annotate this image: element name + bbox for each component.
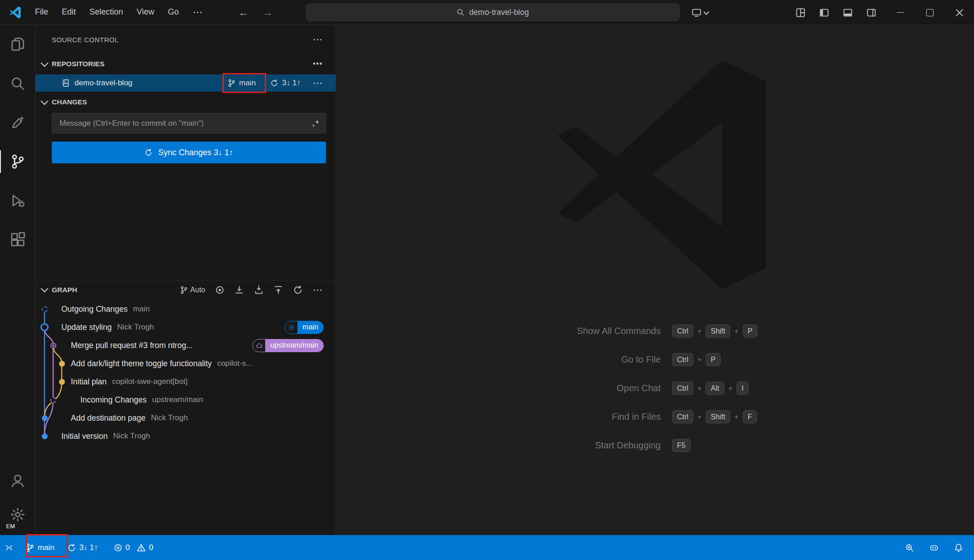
chevron-down-icon <box>41 59 49 67</box>
shortcut-label: Start Debugging <box>431 440 661 451</box>
statusbar-zoom[interactable] <box>900 543 919 552</box>
graph-auto-label: Auto <box>190 286 205 294</box>
shortcut-keys: Ctrl + Alt + I <box>672 382 749 395</box>
graph-commit-row[interactable]: Initial version Nick Trogh <box>35 427 336 445</box>
warning-icon <box>137 543 146 552</box>
graph-section-header[interactable]: GRAPH Auto <box>35 280 336 299</box>
plus-separator: + <box>697 384 702 393</box>
repo-icon <box>62 79 70 87</box>
maximize-button[interactable] <box>915 0 944 25</box>
more-actions-icon[interactable]: ⋯ <box>312 78 323 88</box>
search-icon <box>10 76 25 91</box>
menu-more-icon[interactable]: ⋯ <box>186 5 209 20</box>
commit-node-icon <box>50 343 56 349</box>
menu-selection[interactable]: Selection <box>83 5 129 20</box>
target-icon[interactable] <box>215 285 225 295</box>
toggle-primary-sidebar-icon[interactable] <box>819 8 829 18</box>
repositories-section-header[interactable]: REPOSITORIES ⋯ <box>35 55 336 73</box>
repository-row[interactable]: demo-travel-blog main 3↓ 1↑ ⋯ <box>35 74 336 92</box>
branch-badge-upstream[interactable]: upstream/main <box>252 339 324 352</box>
plus-separator: + <box>697 327 702 335</box>
pull-icon[interactable] <box>254 285 264 295</box>
sync-changes-button[interactable]: Sync Changes 3↓ 1↑ <box>52 142 326 163</box>
git-branch-icon <box>227 79 236 87</box>
graph-commit-row[interactable]: Add destination page Nick Trogh <box>35 409 336 427</box>
source-control-button[interactable] <box>0 142 35 181</box>
statusbar-problems[interactable]: 0 0 <box>109 535 158 560</box>
gear-icon <box>10 507 25 522</box>
key-chip: Ctrl <box>672 324 693 338</box>
close-button[interactable] <box>944 0 974 25</box>
repo-branch-picker[interactable]: main <box>227 79 256 88</box>
cloud-icon <box>253 339 265 352</box>
remote-indicator[interactable] <box>0 535 18 560</box>
sync-icon <box>144 148 153 157</box>
graph-commit-row[interactable]: Merge pull request #3 from ntrog... upst… <box>35 336 336 354</box>
commit-graph: Outgoing Changes main Update styling Nic… <box>35 300 336 445</box>
more-actions-icon[interactable]: ⋯ <box>312 59 323 69</box>
minimize-button[interactable] <box>885 0 915 25</box>
graph-commit-row[interactable]: Outgoing Changes main <box>35 300 336 318</box>
shortcut-row: Go to File Ctrl + P <box>431 345 840 374</box>
sparkle-icon[interactable] <box>311 119 320 128</box>
key-chip: Alt <box>706 382 724 395</box>
shortcut-keys: F5 <box>672 439 691 452</box>
commit-node-icon <box>42 433 48 439</box>
toggle-panel-icon[interactable] <box>843 8 853 18</box>
chevron-down-icon <box>703 9 709 15</box>
graph-commit-row[interactable]: Update styling Nick Trogh main <box>35 318 336 336</box>
fetch-icon[interactable] <box>234 285 244 295</box>
commit-author: Nick Trogh <box>151 413 188 422</box>
command-center-search[interactable]: demo-travel-blog <box>306 4 679 21</box>
search-button[interactable] <box>0 64 35 103</box>
settings-button[interactable]: EM <box>0 497 35 532</box>
commit-node-icon <box>50 397 56 403</box>
plus-separator: + <box>734 413 738 421</box>
customize-layout-icon[interactable] <box>796 8 806 18</box>
extensions-button[interactable] <box>0 220 35 259</box>
run-debug-button[interactable] <box>0 181 35 220</box>
menu-file[interactable]: File <box>29 5 54 20</box>
more-actions-icon[interactable]: ⋯ <box>312 285 323 295</box>
statusbar-copilot[interactable] <box>925 543 943 552</box>
statusbar-sync[interactable]: 3↓ 1↑ <box>63 535 103 560</box>
changes-section-header[interactable]: CHANGES <box>35 93 336 111</box>
graph-commit-row[interactable]: Incoming Changes upstream/main <box>35 391 336 409</box>
back-icon[interactable]: ← <box>238 6 249 19</box>
forward-icon[interactable]: → <box>262 6 273 19</box>
error-count: 0 <box>126 543 130 552</box>
key-chip: Ctrl <box>672 410 693 423</box>
graph-commit-row[interactable]: Add dark/light theme toggle functionalit… <box>35 354 336 373</box>
more-actions-icon[interactable]: ⋯ <box>312 34 323 44</box>
changes-label: CHANGES <box>52 98 87 106</box>
menu-bar: File Edit Selection View Go ⋯ <box>29 5 209 20</box>
warning-count: 0 <box>149 543 153 552</box>
graph-commit-row[interactable]: Initial plan copilot-swe-agent[bot] <box>35 373 336 391</box>
menu-edit[interactable]: Edit <box>55 5 82 20</box>
key-chip: Ctrl <box>672 382 693 395</box>
commit-title: Merge pull request #3 from ntrog... <box>71 341 193 350</box>
shortcut-keys: Ctrl + Shift + P <box>672 324 757 338</box>
toggle-secondary-sidebar-icon[interactable] <box>866 8 876 18</box>
commit-author: Nick Trogh <box>117 323 154 332</box>
refresh-icon[interactable] <box>293 285 303 295</box>
accounts-button[interactable] <box>0 464 35 497</box>
commit-message-input[interactable] <box>59 118 311 128</box>
maximize-icon <box>926 9 934 16</box>
shortcut-keys: Ctrl + Shift + F <box>672 410 757 423</box>
copilot-edits-button[interactable] <box>0 103 35 142</box>
statusbar-branch[interactable]: main <box>21 535 59 560</box>
commit-title: Initial plan <box>71 377 107 387</box>
commit-node-icon <box>42 415 48 421</box>
push-icon[interactable] <box>273 285 283 295</box>
statusbar-notifications[interactable] <box>949 543 968 552</box>
menu-go[interactable]: Go <box>162 5 185 20</box>
branch-badge-main[interactable]: main <box>285 321 324 334</box>
graph-auto-toggle[interactable]: Auto <box>180 286 205 294</box>
key-chip: Shift <box>706 410 730 423</box>
menu-view[interactable]: View <box>130 5 161 20</box>
screencast-dropdown[interactable] <box>692 0 708 25</box>
commit-author: Nick Trogh <box>113 432 150 441</box>
repo-sync-status[interactable]: 3↓ 1↑ <box>270 79 301 88</box>
explorer-button[interactable] <box>0 25 35 64</box>
